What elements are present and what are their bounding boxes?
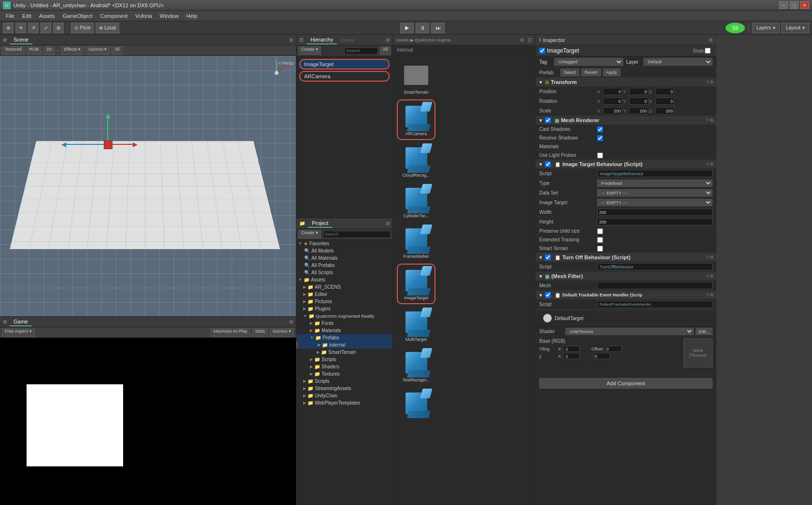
scene-viewport[interactable]: x y z < Persp (0, 56, 296, 316)
offset-y[interactable] (593, 353, 610, 359)
tob-enabled[interactable] (545, 254, 551, 260)
asset-smartterrain[interactable]: SmartTerrain (397, 59, 435, 98)
plugins-item[interactable]: ▶ 📁 Plugins (296, 305, 392, 312)
cast-shadows-check[interactable] (597, 126, 603, 132)
menu-edit[interactable]: Edit (18, 12, 35, 20)
step-button[interactable]: ⏭ (431, 23, 445, 33)
effects-btn[interactable]: Effects ▾ (61, 46, 84, 55)
close-button[interactable]: ✕ (800, 1, 809, 9)
assets-list-btn[interactable]: ☰ (528, 37, 532, 42)
dteh-enabled[interactable] (545, 292, 551, 298)
unitychan-item[interactable]: ▶ 📁 UnityChan (296, 392, 392, 399)
asset-arcamera[interactable]: ARCamera (397, 99, 435, 140)
scale-y[interactable] (629, 107, 648, 114)
layers-dropdown[interactable]: Layers ▾ (752, 23, 780, 33)
pictures-item[interactable]: ▶ 📁 Pictures (296, 298, 392, 305)
hier-maximize[interactable]: ⊠ (386, 37, 390, 42)
tool-qwert[interactable]: ⊕ (3, 23, 14, 33)
asset-imagetarget[interactable]: ImageTarget (397, 264, 435, 304)
rgb-btn[interactable]: RGB (27, 46, 42, 55)
maximize-button[interactable]: □ (790, 1, 798, 9)
hierarchy-search[interactable] (344, 47, 378, 55)
rot-x[interactable] (603, 98, 622, 105)
static-checkbox[interactable] (705, 48, 711, 54)
itb-type-dropdown[interactable]: Predefined (597, 180, 713, 187)
meshrenderer-header[interactable]: ▼ ▦ Mesh Renderer ? ⚙ (535, 116, 716, 125)
game-tab[interactable]: Game (10, 318, 32, 326)
asset-more[interactable] (397, 387, 435, 421)
assets-root[interactable]: ▼ 📁 Assets (296, 276, 392, 283)
asset-testrecogni[interactable]: TestRecogni... (397, 347, 435, 385)
project-create-btn[interactable]: Create ▾ (298, 230, 321, 238)
scripts-item[interactable]: ▶ 📁 Scripts (296, 378, 392, 385)
itb-height-input[interactable] (597, 218, 713, 225)
tiling-y[interactable] (563, 353, 580, 359)
scene-tab[interactable]: Scene (10, 36, 32, 44)
prefab-revert-btn[interactable]: Revert (581, 69, 601, 76)
transform-header[interactable]: ▼ ⊞ Transform ? ⚙ (535, 78, 716, 87)
scale-z[interactable] (655, 107, 674, 114)
hierarchy-create-btn[interactable]: Create ▾ (298, 46, 321, 55)
scripts-sub-item[interactable]: ▶ 📁 Scripts (296, 356, 392, 363)
menu-component[interactable]: Component (96, 12, 131, 20)
project-tab[interactable]: Project (308, 219, 332, 228)
menu-window[interactable]: Window (156, 12, 182, 20)
asset-multitarget[interactable]: MultiTarget (397, 306, 435, 345)
fonts-item[interactable]: ▶ 📁 Fonts (296, 320, 392, 327)
itb-imagetarget-dropdown[interactable]: --- EMPTY --- (597, 199, 713, 206)
tool-rect[interactable]: ⊞ (53, 23, 64, 33)
itb-enabled[interactable] (545, 161, 551, 167)
qualcomm-item[interactable]: ▼ 📁 Qualcomm Augmented Reality (296, 312, 392, 320)
rot-y[interactable] (629, 98, 648, 105)
menu-assets[interactable]: Assets (35, 12, 59, 20)
pivot-button[interactable]: ⊙ Pivot (71, 23, 94, 33)
smart-terrain-check[interactable] (597, 246, 603, 252)
asset-cloudrecog[interactable]: CloudRecog... (397, 142, 435, 181)
active-checkbox[interactable] (539, 48, 545, 54)
meshrenderer-enabled[interactable] (545, 117, 551, 123)
offset-x[interactable] (605, 346, 622, 352)
gizmos-game-btn[interactable]: Gizmos ▾ (270, 328, 294, 337)
layer-dropdown[interactable]: Default (644, 58, 713, 66)
imagetarget-behaviour-header[interactable]: ▼ 📋 Image Target Behaviour (Script) ? ⚙ (535, 160, 716, 169)
meshfilter-header[interactable]: ▼ ▦ (Mesh Filter) ? ⚙ (535, 272, 716, 281)
favorites-folder[interactable]: ▼ ★ Favorites (296, 240, 392, 247)
streaming-item[interactable]: ▶ 📁 StreamingAssets (296, 385, 392, 392)
add-component-btn[interactable]: Add Component (539, 378, 713, 389)
pos-z[interactable] (655, 88, 674, 95)
hierarchy-item-arcamera[interactable]: ARCamera (299, 71, 390, 82)
edit-shader-btn[interactable]: Edit... (696, 328, 713, 335)
all-btn[interactable]: All (112, 46, 122, 55)
webplayer-item[interactable]: ▶ 📁 WebPlayerTemplates (296, 399, 392, 407)
tag-dropdown[interactable]: Untagged (554, 58, 623, 66)
all-models-item[interactable]: 🔍 All Models (296, 247, 392, 254)
dteh-header[interactable]: ▼ 📋 Default Trackable Event Handler (Scr… (535, 291, 716, 300)
pause-button[interactable]: ⏸ (416, 23, 429, 33)
mf-mesh-ref[interactable] (597, 282, 713, 289)
preserve-child-check[interactable] (597, 228, 603, 234)
prefab-select-btn[interactable]: Select (560, 69, 579, 76)
scene-maximize[interactable]: ⊠ (289, 37, 293, 42)
tob-script-ref[interactable]: TurnOffBehaviour (597, 263, 713, 270)
all-scripts-item[interactable]: 🔍 All Scripts (296, 269, 392, 276)
smartterrain-item[interactable]: ▶ 📁 SmartTerrain (296, 349, 392, 356)
collab-badge[interactable]: 58 (726, 23, 745, 33)
all-materials-item[interactable]: 🔍 All Materials (296, 254, 392, 262)
layout-dropdown[interactable]: Layout ▾ (782, 23, 809, 33)
asset-cylindertar[interactable]: CylinderTar... (397, 182, 435, 221)
menu-file[interactable]: File (2, 12, 18, 20)
pos-x[interactable] (603, 88, 622, 95)
menu-vuforia[interactable]: Vuforia (131, 12, 155, 20)
ar-scens-item[interactable]: ▶ 📁 AR_SCENS (296, 283, 392, 291)
all-prefabs-item[interactable]: 🔍 All Prefabs (296, 262, 392, 269)
textures-item[interactable]: ▶ 📁 Textures (296, 370, 392, 378)
project-maximize[interactable]: ⊠ (386, 221, 390, 226)
none-texture-box[interactable]: None (Texture) (684, 338, 713, 367)
prefabs-item[interactable]: ▼ 📁 Prefabs (296, 334, 392, 341)
asset-framemarker[interactable]: FrameMarker (397, 223, 435, 262)
tool-move[interactable]: ✛ (15, 23, 26, 33)
receive-shadows-check[interactable] (597, 135, 603, 141)
assets-icons-btn[interactable]: ⊞ (520, 37, 524, 42)
local-button[interactable]: ⊕ Local (96, 23, 119, 33)
project-search[interactable] (323, 231, 391, 238)
